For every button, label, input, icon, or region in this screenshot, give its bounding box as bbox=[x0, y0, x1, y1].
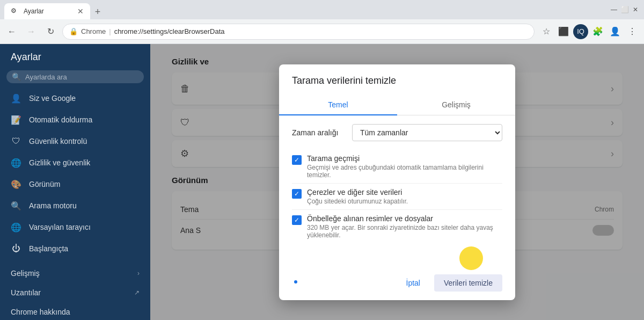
title-bar: ⚙ Ayarlar ✕ + — ⬜ ✕ bbox=[0, 0, 644, 19]
browser-content: Ayarlar 🔍 Ayarlarda ara 👤 Siz ve Google … bbox=[0, 44, 644, 320]
person-icon: 👤 bbox=[11, 93, 21, 104]
address-bar[interactable]: 🔒 Chrome | chrome://settings/clearBrowse… bbox=[62, 24, 535, 40]
address-prefix: Chrome bbox=[81, 27, 106, 35]
window-controls: — ⬜ ✕ bbox=[610, 5, 640, 14]
tab-strip: ⚙ Ayarlar ✕ + bbox=[4, 0, 605, 19]
tab-favicon-icon: ⚙ bbox=[11, 7, 19, 16]
power-icon: ⏻ bbox=[11, 243, 21, 254]
checkbox-cache: ✓ Önbelleğe alınan resimler ve dosyalar … bbox=[292, 210, 502, 243]
sidebar-item-appearance[interactable]: 🎨 Görünüm bbox=[0, 173, 150, 195]
sidebar-item-security-label: Güvenlik kontrolü bbox=[29, 137, 87, 146]
sidebar-item-autofill-label: Otomatik doldurma bbox=[29, 115, 92, 124]
sidebar-item-privacy-label: Gizlilik ve güvenlik bbox=[29, 158, 90, 167]
history-checkbox[interactable]: ✓ bbox=[292, 155, 302, 165]
chevron-right-icon: › bbox=[137, 270, 140, 277]
cookies-text: Çerezler ve diğer site verileri Çoğu sit… bbox=[307, 188, 502, 205]
active-tab[interactable]: ⚙ Ayarlar ✕ bbox=[4, 3, 90, 19]
tab-advanced[interactable]: Gelişmiş bbox=[397, 95, 515, 115]
confirm-button[interactable]: Verileri temizle bbox=[434, 274, 502, 292]
sidebar-about-label: Chrome hakkında bbox=[11, 308, 70, 316]
tab-basic[interactable]: Temel bbox=[279, 95, 397, 115]
palette-icon: 🎨 bbox=[11, 179, 21, 190]
time-range-select[interactable]: Tüm zamanlar Son saat Son 24 saat Son 7 … bbox=[352, 124, 502, 141]
reload-button[interactable]: ↻ bbox=[43, 24, 58, 39]
time-range-row: Zaman aralığı Tüm zamanlar Son saat Son … bbox=[292, 124, 502, 141]
history-description: Geçmişi ve adres çubuğundaki otomatik ta… bbox=[307, 164, 502, 179]
sidebar-item-advanced[interactable]: Gelişmiş › bbox=[0, 264, 150, 283]
cache-description: 320 MB yer açar. Bir sonraki ziyaretiniz… bbox=[307, 224, 502, 239]
extension-icon[interactable]: ⬛ bbox=[556, 24, 571, 39]
cache-text: Önbelleğe alınan resimler ve dosyalar 32… bbox=[307, 214, 502, 239]
cookies-label: Çerezler ve diğer site verileri bbox=[307, 188, 502, 197]
checkmark-icon: ✓ bbox=[294, 156, 299, 164]
cookies-checkbox[interactable]: ✓ bbox=[292, 189, 302, 199]
ripple-container bbox=[279, 252, 515, 268]
sidebar-item-appearance-label: Görünüm bbox=[29, 180, 60, 188]
dialog-tabs: Temel Gelişmiş bbox=[279, 95, 515, 115]
profile-icon[interactable]: IQ bbox=[573, 24, 588, 39]
search-icon: 🔍 bbox=[12, 72, 21, 81]
sidebar-header: Ayarlar bbox=[0, 44, 150, 70]
globe-icon: 🌐 bbox=[11, 157, 21, 168]
search2-icon: 🔍 bbox=[11, 200, 21, 211]
sidebar-item-privacy[interactable]: 🌐 Gizlilik ve güvenlik bbox=[0, 152, 150, 173]
new-tab-button[interactable]: + bbox=[90, 4, 105, 19]
checkmark3-icon: ✓ bbox=[294, 216, 299, 224]
shield-icon: 🛡 bbox=[11, 136, 21, 147]
extensions-puzzle-icon[interactable]: 🧩 bbox=[590, 24, 605, 39]
sidebar-advanced-label: Gelişmiş bbox=[11, 269, 40, 278]
cache-checkbox[interactable]: ✓ bbox=[292, 215, 302, 225]
sidebar-item-search-label: Arama motoru bbox=[29, 201, 77, 210]
cancel-button[interactable]: İptal bbox=[397, 274, 430, 292]
back-button[interactable]: ← bbox=[4, 24, 19, 39]
tab-close-button[interactable]: ✕ bbox=[77, 7, 84, 16]
time-range-label: Zaman aralığı bbox=[292, 128, 346, 137]
settings-content: Gizlilik ve 🗑 › 🛡 › ⚙ › G bbox=[150, 44, 644, 320]
browser-frame: ⚙ Ayarlar ✕ + — ⬜ ✕ ← → ↻ 🔒 Chrome | chr… bbox=[0, 0, 644, 320]
dialog-footer: İptal Verileri temizle bbox=[279, 268, 515, 300]
sidebar-item-extensions[interactable]: Uzantılar ↗ bbox=[0, 283, 150, 302]
address-text: chrome://settings/clearBrowserData bbox=[114, 27, 528, 35]
toolbar: ← → ↻ 🔒 Chrome | chrome://settings/clear… bbox=[0, 19, 644, 44]
cache-label: Önbelleğe alınan resimler ve dosyalar bbox=[307, 214, 502, 223]
toolbar-icons: ☆ ⬛ IQ 🧩 👤 ⋮ bbox=[539, 24, 640, 39]
modal-overlay: Tarama verilerini temizle Temel Gelişmiş… bbox=[150, 44, 644, 320]
autofill-icon: 📝 bbox=[11, 114, 21, 125]
dialog-body: Zaman aralığı Tüm zamanlar Son saat Son … bbox=[279, 115, 515, 252]
sidebar: Ayarlar 🔍 Ayarlarda ara 👤 Siz ve Google … bbox=[0, 44, 150, 320]
user-account-icon[interactable]: 👤 bbox=[608, 24, 623, 39]
sidebar-item-about[interactable]: Chrome hakkında bbox=[0, 302, 150, 320]
checkmark2-icon: ✓ bbox=[294, 190, 299, 198]
ripple-circle bbox=[459, 246, 483, 270]
tab-title: Ayarlar bbox=[24, 8, 73, 15]
sidebar-item-autofill[interactable]: 📝 Otomatik doldurma bbox=[0, 109, 150, 130]
sidebar-item-google-label: Siz ve Google bbox=[29, 94, 76, 103]
history-text: Tarama geçmişi Geçmişi ve adres çubuğund… bbox=[307, 154, 502, 179]
sidebar-item-google[interactable]: 👤 Siz ve Google bbox=[0, 88, 150, 109]
sidebar-item-security[interactable]: 🛡 Güvenlik kontrolü bbox=[0, 130, 150, 152]
browser-icon: 🌐 bbox=[11, 222, 21, 232]
address-separator: | bbox=[109, 27, 111, 35]
sidebar-item-browser-label: Varsayılan tarayıcı bbox=[29, 223, 91, 231]
maximize-button[interactable]: ⬜ bbox=[620, 5, 629, 14]
sidebar-item-browser[interactable]: 🌐 Varsayılan tarayıcı bbox=[0, 216, 150, 238]
clear-browser-data-dialog: Tarama verilerini temizle Temel Gelişmiş… bbox=[279, 64, 515, 300]
close-button[interactable]: ✕ bbox=[631, 5, 640, 14]
cookies-description: Çoğu sitedeki oturumunuz kapatılır. bbox=[307, 198, 502, 205]
forward-button[interactable]: → bbox=[24, 24, 39, 39]
checkbox-history: ✓ Tarama geçmişi Geçmişi ve adres çubuğu… bbox=[292, 150, 502, 184]
minimize-button[interactable]: — bbox=[610, 5, 618, 14]
checkbox-cookies: ✓ Çerezler ve diğer site verileri Çoğu s… bbox=[292, 184, 502, 210]
sidebar-item-startup-label: Başlangıçta bbox=[29, 244, 68, 253]
dialog-title: Tarama verilerini temizle bbox=[279, 64, 515, 86]
search-placeholder: Ayarlarda ara bbox=[25, 73, 67, 81]
lock-icon: 🔒 bbox=[69, 27, 78, 35]
dot-1 bbox=[294, 280, 297, 283]
bookmark-icon[interactable]: ☆ bbox=[539, 24, 554, 39]
menu-icon[interactable]: ⋮ bbox=[625, 24, 640, 39]
sidebar-item-search[interactable]: 🔍 Arama motoru bbox=[0, 195, 150, 216]
sidebar-item-startup[interactable]: ⏻ Başlangıçta bbox=[0, 238, 150, 259]
dot-indicator bbox=[292, 274, 392, 289]
history-label: Tarama geçmişi bbox=[307, 154, 502, 163]
sidebar-search[interactable]: 🔍 Ayarlarda ara bbox=[6, 70, 144, 83]
